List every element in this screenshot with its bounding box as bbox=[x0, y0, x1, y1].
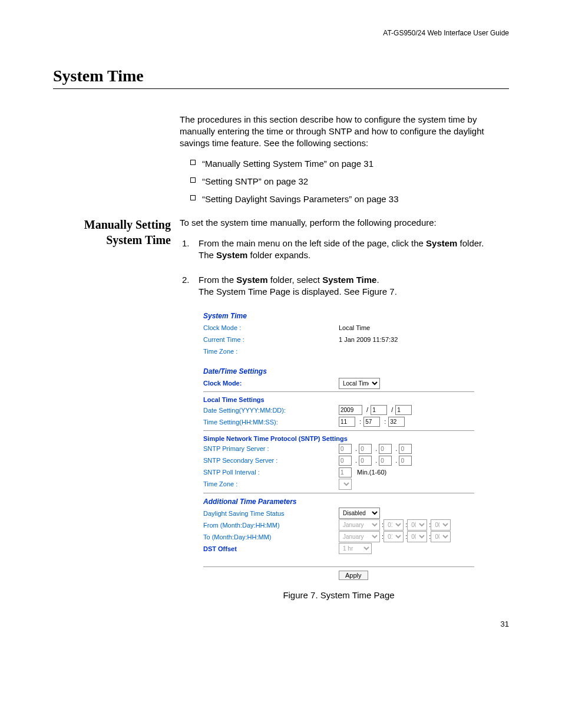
date-month-input[interactable] bbox=[371, 405, 387, 415]
subsection-heading: Manually Setting System Time bbox=[53, 217, 171, 248]
sntp-secondary-ip-2[interactable] bbox=[359, 456, 372, 466]
section-system-time: System Time bbox=[203, 311, 474, 321]
time-hh-input[interactable] bbox=[339, 417, 355, 427]
sntp-primary-label: SNTP Primary Server : bbox=[203, 444, 339, 453]
sntp-secondary-label: SNTP Secondary Server : bbox=[203, 456, 339, 465]
clock-mode-bold-label: Clock Mode: bbox=[203, 379, 339, 388]
procedure-intro: To set the system time manually, perform… bbox=[180, 217, 509, 229]
sntp-primary-ip-1[interactable] bbox=[339, 444, 352, 454]
dst-status-label: Daylight Saving Time Status bbox=[203, 509, 339, 518]
dst-from-month-select[interactable]: January bbox=[339, 519, 380, 531]
dst-to-mm-select[interactable]: 00 bbox=[431, 531, 451, 542]
sntp-timezone-select[interactable] bbox=[339, 479, 352, 490]
dst-status-select[interactable]: Disabled bbox=[339, 508, 380, 519]
apply-button[interactable]: Apply bbox=[339, 571, 368, 580]
time-mm-input[interactable] bbox=[363, 417, 380, 427]
sntp-poll-hint: Min.(1-60) bbox=[357, 469, 386, 476]
time-ss-input[interactable] bbox=[388, 417, 405, 427]
dst-from-label: From (Month:Day:HH:MM) bbox=[203, 521, 339, 530]
sntp-secondary-ip-1[interactable] bbox=[339, 456, 352, 466]
dst-from-hh-select[interactable]: 00 bbox=[407, 519, 427, 531]
step-1: From the main menu on the left side of t… bbox=[180, 238, 509, 262]
time-zone-label: Time Zone : bbox=[203, 347, 339, 356]
section-link-dst: “Setting Daylight Savings Parameters” on… bbox=[190, 193, 509, 205]
clock-mode-label: Clock Mode : bbox=[203, 324, 339, 332]
sntp-poll-label: SNTP Poll Interval : bbox=[203, 468, 339, 477]
dst-from-day-select[interactable]: 01 bbox=[384, 519, 404, 531]
dst-to-day-select[interactable]: 01 bbox=[384, 531, 404, 542]
section-local-time-settings: Local Time Settings bbox=[203, 396, 474, 404]
section-additional-time: Additional Time Parameters bbox=[203, 497, 474, 506]
current-time-value: 1 Jan 2009 11:57:32 bbox=[339, 335, 398, 344]
section-links-list: “Manually Setting System Time” on page 3… bbox=[180, 158, 509, 206]
step-2: From the System folder, select System Ti… bbox=[180, 274, 509, 298]
intro-paragraph: The procedures in this section describe … bbox=[180, 114, 509, 150]
sntp-secondary-ip-4[interactable] bbox=[399, 456, 412, 466]
sntp-primary-ip-4[interactable] bbox=[399, 444, 412, 454]
dst-offset-select[interactable]: 1 hr bbox=[339, 543, 372, 554]
dst-from-mm-select[interactable]: 00 bbox=[431, 519, 451, 531]
page-number: 31 bbox=[53, 619, 509, 630]
dst-to-label: To (Month:Day:HH:MM) bbox=[203, 533, 339, 542]
page-title: System Time bbox=[53, 65, 509, 89]
doc-header: AT-GS950/24 Web Interface User Guide bbox=[53, 28, 509, 38]
sntp-secondary-ip-3[interactable] bbox=[379, 456, 392, 466]
sntp-primary-ip-3[interactable] bbox=[379, 444, 392, 454]
section-link-sntp: “Setting SNTP” on page 32 bbox=[190, 176, 509, 187]
sntp-poll-input[interactable] bbox=[339, 467, 352, 477]
date-setting-label: Date Setting(YYYY:MM:DD): bbox=[203, 406, 339, 415]
dst-to-month-select[interactable]: January bbox=[339, 531, 380, 542]
figure-caption: Figure 7. System Time Page bbox=[203, 589, 474, 601]
system-time-page-figure: System Time Clock Mode : Local Time Curr… bbox=[203, 311, 474, 580]
section-link-manual: “Manually Setting System Time” on page 3… bbox=[190, 158, 509, 170]
time-setting-label: Time Setting(HH:MM:SS): bbox=[203, 418, 339, 427]
section-sntp-settings: Simple Network Time Protocol (SNTP) Sett… bbox=[203, 434, 474, 443]
dst-offset-label: DST Offset bbox=[203, 545, 339, 554]
sntp-timezone-label: Time Zone : bbox=[203, 480, 339, 489]
clock-mode-select[interactable]: Local Time bbox=[339, 378, 380, 389]
date-year-input[interactable] bbox=[339, 405, 362, 415]
current-time-label: Current Time : bbox=[203, 335, 339, 344]
dst-to-hh-select[interactable]: 00 bbox=[407, 531, 427, 542]
clock-mode-value: Local Time bbox=[339, 324, 370, 332]
sntp-primary-ip-2[interactable] bbox=[359, 444, 372, 454]
date-day-input[interactable] bbox=[395, 405, 412, 415]
section-datetime-settings: Date/Time Settings bbox=[203, 367, 474, 376]
